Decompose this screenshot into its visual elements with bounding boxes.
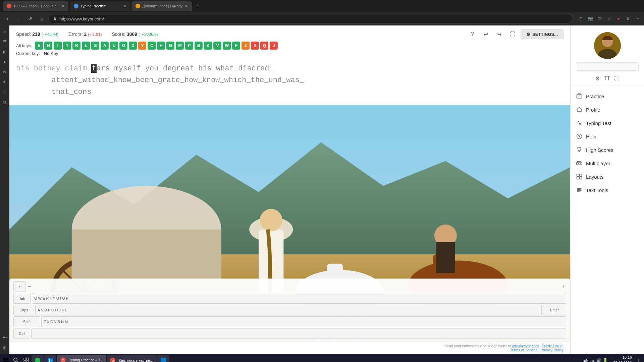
taskbar-app-windows[interactable]: 17 (44, 355, 56, 362)
taskbar: 17 O Typing Practice - 0... O Картинка в… (0, 354, 644, 362)
key-ctrl[interactable]: Ctrl (13, 328, 30, 339)
start-button[interactable] (1, 354, 11, 362)
key-G: G (166, 42, 174, 50)
typing-area[interactable]: his_bothey_claim_tars_myself_you_degreat… (9, 56, 570, 105)
tab-3-label: Добавить пост | Пикабу (142, 4, 182, 8)
wifi-icon[interactable]: ▲ (591, 358, 595, 362)
home-button[interactable]: ⌂ (37, 14, 46, 23)
errors-change: (↑-1.91) (88, 32, 102, 37)
tab-1-close[interactable]: ✕ (61, 4, 64, 8)
back-button[interactable]: ‹ (3, 14, 12, 23)
fullscreen-button[interactable]: ⛶ (507, 29, 518, 40)
sidebar-icon-1[interactable]: ○ (1, 28, 8, 36)
sidebar-item-text-tools[interactable]: Text Tools (571, 183, 644, 197)
key-M: M (176, 42, 184, 50)
sidebar-item-high-scores[interactable]: High Scores (571, 143, 644, 157)
key-tilde[interactable]: ~ (13, 281, 25, 292)
lang-indicator[interactable]: EN (583, 358, 588, 362)
footer-terms[interactable]: Terms of Service (510, 348, 538, 352)
extensions-icon[interactable]: ⊞ (577, 15, 585, 23)
sidebar-icon-6[interactable]: ✈ (1, 78, 8, 86)
keyboard-row-4: Ctrl (13, 328, 566, 339)
sidebar-icon-2[interactable]: ☰ (1, 38, 8, 46)
svg-rect-21 (436, 242, 455, 273)
task-view-button[interactable] (21, 354, 31, 362)
taskbar-clock[interactable]: 16:16 30.12.2021 (610, 355, 634, 362)
taskbar-app-vscode[interactable] (157, 355, 169, 362)
taskbar-app-opera2[interactable]: O Картинка в картин... (107, 355, 156, 362)
score-label: Score: (112, 32, 125, 37)
sidebar-icon-8[interactable]: ⚙ (1, 99, 8, 106)
tab-2[interactable]: Typing Practice ✕ (70, 1, 130, 11)
tab-2-close[interactable]: ✕ (123, 4, 126, 8)
sidebar-item-practice[interactable]: Practice (571, 89, 644, 103)
tool-text-size-icon[interactable]: TT (604, 75, 610, 82)
taskbar-app-opera[interactable]: O Typing Practice - 0... (57, 355, 106, 362)
footer-area: Send your comments and suggestions to in… (9, 342, 570, 354)
forward-button[interactable]: › (14, 14, 23, 23)
key-shift[interactable]: Shift (13, 316, 40, 327)
user-name-input[interactable] (576, 62, 639, 71)
camera-icon[interactable]: 📷 (586, 15, 594, 23)
sidebar-icon-3[interactable]: ⊞ (1, 48, 8, 56)
currentkey-value: No Key (44, 51, 58, 56)
key-row-2-rest: A S D F G H J K L (35, 305, 542, 315)
sidebar-icon-7[interactable]: ♡ (1, 88, 8, 96)
tab-3-close[interactable]: ✕ (185, 4, 188, 8)
user-avatar (594, 32, 621, 59)
key-caps[interactable]: Caps (13, 305, 34, 315)
svg-rect-53 (24, 361, 26, 362)
sidebar-icon-9[interactable]: ••• (1, 334, 8, 341)
help-label: Help (586, 134, 596, 139)
footer-privacy[interactable]: Privacy Policy (541, 348, 564, 352)
clock-time: 16:16 (613, 355, 632, 360)
sidebar-icon-10[interactable]: ◎ (1, 344, 8, 351)
tool-gear-icon[interactable]: ⚙ (595, 75, 600, 82)
notification-icon[interactable]: □ (637, 358, 643, 362)
keyboard-plus-btn[interactable]: + (560, 283, 566, 290)
tab-3[interactable]: Добавить пост | Пикабу ✕ (131, 1, 192, 11)
redo-button[interactable]: ↪ (494, 29, 504, 40)
key-row-1-rest: Q W E R T Y U I O P (32, 293, 566, 304)
errors-label: Errors: (69, 32, 83, 37)
menu-icon[interactable]: ⋯ (633, 15, 641, 23)
undo-button[interactable]: ↩ (480, 29, 491, 40)
shield-icon[interactable]: 🛡 (596, 15, 604, 23)
key-enter[interactable]: Enter (543, 305, 566, 315)
speed-change: (↑+46.44) (42, 32, 59, 37)
key-W: W (223, 42, 231, 50)
currentkey-label: Current key: (16, 51, 40, 56)
settings-button[interactable]: ⚙ SETTINGS... (521, 29, 564, 39)
sidebar-item-help[interactable]: Help (571, 130, 644, 143)
tool-fullscreen-icon[interactable]: ⛶ (614, 75, 620, 82)
tab-1[interactable]: 1883 – 1 сезон, 1 серия с... ✕ (3, 1, 68, 11)
svg-rect-42 (580, 174, 582, 177)
search-button[interactable] (11, 354, 21, 362)
sidebar-icon-5[interactable]: ✉ (1, 68, 8, 76)
volume-icon[interactable]: 🔊 (596, 358, 601, 362)
sidebar-item-profile[interactable]: Profile (571, 103, 644, 116)
star-icon[interactable]: ☆ (605, 15, 613, 23)
battery-icon[interactable]: 🔋 (603, 358, 608, 362)
download-icon[interactable]: ⬇ (624, 15, 632, 23)
footer-forum[interactable]: Public Forum (542, 344, 564, 348)
key-space[interactable] (31, 328, 566, 339)
sidebar-tools: ⚙ TT ⛶ (571, 75, 644, 85)
keyboard-minus-btn[interactable]: − (26, 283, 33, 290)
new-tab-button[interactable]: + (193, 1, 203, 11)
sidebar-item-multiplayer[interactable]: Multiplayer (571, 157, 644, 170)
reload-button[interactable]: ↺ (25, 14, 35, 23)
help-toolbar-button[interactable]: ? (467, 29, 478, 40)
heart-icon[interactable]: ♥ (614, 15, 623, 23)
key-tab[interactable]: Tab (13, 293, 31, 304)
sidebar-icon-4[interactable]: ♦ (1, 58, 8, 66)
address-bar[interactable]: https://www.keybr.com/ (48, 14, 572, 23)
sidebar-item-layouts[interactable]: Layouts (571, 170, 644, 183)
main-container: ○ ☰ ⊞ ♦ ✉ ✈ ♡ ⚙ ••• ◎ Speed: 218 (↑+46.4… (0, 25, 644, 354)
taskbar-app-spotify[interactable] (32, 355, 44, 362)
footer-email[interactable]: info@keybr.com (512, 344, 539, 348)
score-stat: Score: 3869 (↑+2006.8) (112, 32, 158, 37)
tab-bar: 1883 – 1 сезон, 1 серия с... ✕ Typing Pr… (0, 0, 644, 12)
high-scores-icon (576, 146, 583, 153)
sidebar-item-typing-test[interactable]: Typing Test (571, 116, 644, 130)
